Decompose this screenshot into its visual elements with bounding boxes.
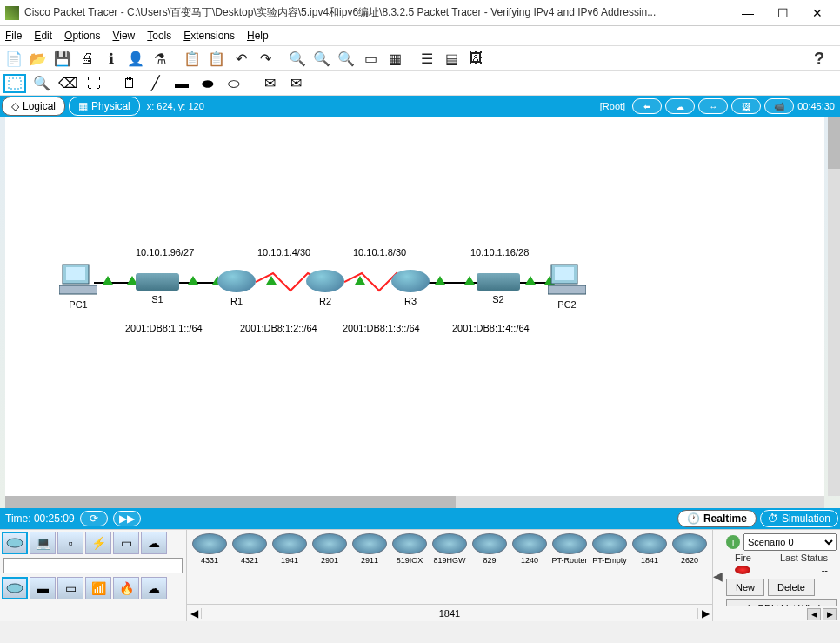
close-button[interactable]: ✕ (800, 1, 835, 25)
menu-help[interactable]: Help (247, 30, 269, 42)
device-model-829[interactable]: 829 (470, 533, 509, 565)
cat-components[interactable]: ▫ (57, 532, 83, 554)
cat-network-devices[interactable] (2, 532, 28, 554)
device-model-1240[interactable]: 1240 (510, 533, 549, 565)
palette-icon[interactable]: ▭ (360, 48, 381, 69)
device-s1[interactable]: S1 (136, 273, 179, 305)
device-model-819iox[interactable]: 819IOX (390, 533, 429, 565)
minimize-button[interactable]: — (730, 1, 765, 25)
save-icon[interactable]: 💾 (52, 48, 73, 69)
resize-tool-icon[interactable]: ⛶ (83, 74, 104, 93)
device-model-ptempty[interactable]: PT-Empty (590, 533, 629, 565)
scenario-info-icon[interactable]: i (726, 535, 740, 549)
rect-tool-icon[interactable]: ▬ (171, 74, 192, 93)
device-model-4321[interactable]: 4321 (230, 533, 269, 565)
scenario-select[interactable]: Scenario 0 (743, 533, 837, 551)
simulation-tab[interactable]: ⏱ Simulation (760, 510, 838, 527)
subcat-wireless[interactable]: 📶 (85, 577, 111, 599)
cat-misc[interactable]: ▭ (113, 532, 139, 554)
subcat-wan[interactable]: ☁ (141, 577, 167, 599)
subcat-routers[interactable] (2, 577, 28, 599)
device-model-4331[interactable]: 4331 (190, 533, 229, 565)
cluster-button[interactable]: ☁ (665, 98, 695, 114)
open-file-icon[interactable]: 📂 (28, 48, 49, 69)
device-r1[interactable]: R1 (217, 270, 256, 306)
select-tool-icon[interactable] (3, 74, 26, 93)
zoom-in-icon[interactable]: 🔍 (287, 48, 308, 69)
pdu-list-row[interactable]: -- (726, 565, 837, 575)
model-next-button[interactable]: ▶ (698, 607, 712, 620)
undo-icon[interactable]: ↶ (230, 48, 251, 69)
bg-button[interactable]: 🖼 (731, 98, 761, 114)
menu-tools[interactable]: Tools (147, 30, 171, 42)
menu-file[interactable]: File (5, 30, 22, 42)
subcat-switches[interactable]: ▬ (30, 577, 56, 599)
custom-device-icon[interactable]: ▦ (384, 48, 405, 69)
lab-icon[interactable]: ⚗ (150, 48, 170, 69)
toggle-pdu-list-button[interactable]: ggle PDU List Windo (726, 599, 837, 606)
device-model-2620[interactable]: 2620 (670, 533, 709, 565)
workspace-vscroll[interactable] (828, 117, 840, 496)
line-tool-icon[interactable]: ╱ (145, 74, 166, 93)
device-model-1841[interactable]: 1841 (630, 533, 669, 565)
help-icon[interactable]: ? (809, 48, 830, 69)
menu-options[interactable]: Options (64, 30, 100, 42)
delete-scenario-button[interactable]: Delete (768, 579, 815, 596)
maximize-button[interactable]: ☐ (765, 1, 800, 25)
menu-edit[interactable]: Edit (34, 30, 52, 42)
paste-icon[interactable]: 📋 (206, 48, 227, 69)
realtime-tab[interactable]: 🕐 Realtime (677, 510, 757, 527)
subcat-hubs[interactable]: ▭ (57, 577, 83, 599)
move-button[interactable]: ↔ (698, 98, 728, 114)
simple-pdu-icon[interactable]: ✉ (259, 74, 280, 93)
copy-icon[interactable]: 📋 (182, 48, 203, 69)
device-model-1941[interactable]: 1941 (270, 533, 309, 565)
expand-button[interactable]: ◀ (713, 530, 723, 621)
freeform-tool-icon[interactable]: ⬭ (223, 74, 244, 93)
grid2-icon[interactable]: ▤ (441, 48, 462, 69)
cat-multiuser[interactable]: ☁ (141, 532, 167, 554)
subcat-security[interactable]: 🔥 (113, 577, 139, 599)
cat-connections[interactable]: ⚡ (85, 532, 111, 554)
device-scroll[interactable]: 4331 4321 1941 2901 2911 819IOX 819HGW 8… (187, 530, 712, 568)
workspace[interactable]: 10.10.1.96/27 10.10.1.4/30 10.10.1.8/30 … (0, 117, 840, 508)
new-file-icon[interactable]: 📄 (3, 48, 24, 69)
model-prev-button[interactable]: ◀ (187, 607, 201, 620)
logical-tab[interactable]: ◇ Logical (2, 97, 65, 116)
device-r2[interactable]: R2 (306, 270, 344, 306)
pdu-scroll-right[interactable]: ▶ (823, 608, 837, 620)
menu-view[interactable]: View (112, 30, 135, 42)
device-model-819hgw[interactable]: 819HGW (430, 533, 469, 565)
device-search-input[interactable] (3, 558, 183, 573)
redo-icon[interactable]: ↷ (255, 48, 276, 69)
canvas[interactable]: 10.10.1.96/27 10.10.1.4/30 10.10.1.8/30 … (5, 117, 824, 496)
zoom-reset-icon[interactable]: 🔍 (311, 48, 332, 69)
workspace-hscroll[interactable] (5, 496, 824, 508)
device-r3[interactable]: R3 (391, 270, 430, 306)
wizard-icon[interactable]: ℹ (101, 48, 122, 69)
device-model-2901[interactable]: 2901 (310, 533, 349, 565)
root-label[interactable]: [Root] (600, 101, 625, 111)
device-pc2[interactable]: PC2 (548, 263, 586, 310)
power-cycle-button[interactable]: ⟳ (80, 511, 108, 526)
print-icon[interactable]: 🖨 (77, 48, 97, 69)
zoom-out-icon[interactable]: 🔍 (336, 48, 357, 69)
device-s2[interactable]: S2 (477, 273, 520, 305)
menu-extensions[interactable]: Extensions (183, 30, 235, 42)
new-scenario-button[interactable]: New (726, 579, 764, 596)
activity-icon[interactable]: 👤 (125, 48, 146, 69)
device-pc1[interactable]: PC1 (59, 263, 97, 310)
note-tool-icon[interactable]: 🗒 (119, 74, 140, 93)
device-model-ptrouter[interactable]: PT-Router (550, 533, 589, 565)
viewport-button[interactable]: 📹 (764, 98, 794, 114)
delete-tool-icon[interactable]: ⌫ (57, 74, 78, 93)
physical-tab[interactable]: ▦ Physical (69, 97, 140, 116)
nav-back-button[interactable]: ⬅ (632, 98, 662, 114)
ellipse-tool-icon[interactable]: ⬬ (197, 74, 218, 93)
complex-pdu-icon[interactable]: ✉ (285, 74, 306, 93)
inspect-tool-icon[interactable]: 🔍 (31, 74, 52, 93)
list-icon[interactable]: ☰ (417, 48, 437, 69)
pdu-scroll-left[interactable]: ◀ (807, 608, 821, 620)
device-model-2911[interactable]: 2911 (350, 533, 389, 565)
image-icon[interactable]: 🖼 (465, 48, 486, 69)
